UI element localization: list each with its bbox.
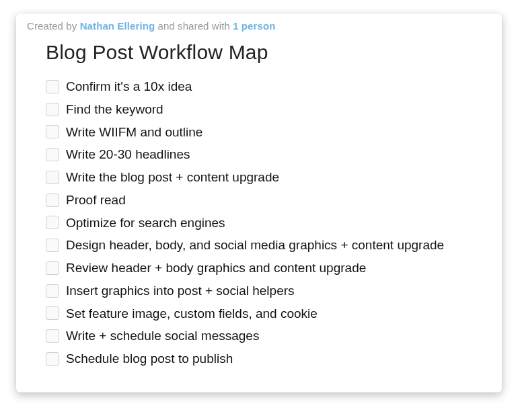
item-text[interactable]: Review header + body graphics and conten…: [66, 260, 366, 276]
list-item: Write 20-30 headlines: [46, 146, 491, 163]
checklist: Confirm it's a 10x idea Find the keyword…: [46, 79, 491, 367]
list-item: Review header + body graphics and conten…: [46, 260, 491, 276]
list-item: Write + schedule social messages: [46, 328, 491, 344]
checkbox[interactable]: [46, 194, 59, 207]
checkbox[interactable]: [46, 103, 59, 116]
note-card: Created by Nathan Ellering and shared wi…: [16, 13, 502, 392]
meta-prefix: Created by: [27, 20, 80, 32]
checkbox[interactable]: [46, 239, 59, 252]
item-text[interactable]: Write WIIFM and outline: [66, 124, 202, 140]
checkbox[interactable]: [46, 284, 59, 298]
page-title: Blog Post Workflow Map: [46, 41, 491, 64]
item-text[interactable]: Proof read: [66, 192, 126, 208]
checkbox[interactable]: [46, 261, 59, 275]
item-text[interactable]: Optimize for search engines: [66, 215, 225, 231]
list-item: Insert graphics into post + social helpe…: [46, 283, 491, 299]
list-item: Schedule blog post to publish: [46, 351, 491, 367]
list-item: Confirm it's a 10x idea: [46, 79, 491, 95]
list-item: Write the blog post + content upgrade: [46, 169, 491, 185]
list-item: Write WIIFM and outline: [46, 124, 491, 140]
item-text[interactable]: Write 20-30 headlines: [66, 146, 190, 163]
checkbox[interactable]: [46, 80, 59, 93]
list-item: Design header, body, and social media gr…: [46, 237, 491, 253]
item-text[interactable]: Schedule blog post to publish: [66, 351, 233, 367]
checkbox[interactable]: [46, 125, 59, 138]
item-text[interactable]: Confirm it's a 10x idea: [66, 79, 192, 95]
item-text[interactable]: Write the blog post + content upgrade: [66, 169, 279, 185]
checkbox[interactable]: [46, 171, 59, 184]
item-text[interactable]: Insert graphics into post + social helpe…: [66, 283, 295, 299]
checkbox[interactable]: [46, 216, 59, 229]
checkbox[interactable]: [46, 352, 59, 366]
checkbox[interactable]: [46, 148, 59, 161]
list-item: Set feature image, custom fields, and co…: [46, 306, 491, 322]
list-item: Find the keyword: [46, 101, 491, 118]
list-item: Proof read: [46, 192, 491, 208]
meta-line: Created by Nathan Ellering and shared wi…: [27, 20, 491, 32]
meta-middle: and shared with: [155, 20, 233, 32]
checkbox[interactable]: [46, 306, 59, 320]
checkbox[interactable]: [46, 329, 59, 343]
shared-link[interactable]: 1 person: [233, 20, 275, 32]
item-text[interactable]: Find the keyword: [66, 101, 163, 118]
list-item: Optimize for search engines: [46, 215, 491, 231]
item-text[interactable]: Write + schedule social messages: [66, 328, 259, 344]
item-text[interactable]: Design header, body, and social media gr…: [66, 237, 444, 253]
item-text[interactable]: Set feature image, custom fields, and co…: [66, 306, 318, 322]
author-link[interactable]: Nathan Ellering: [80, 20, 155, 32]
